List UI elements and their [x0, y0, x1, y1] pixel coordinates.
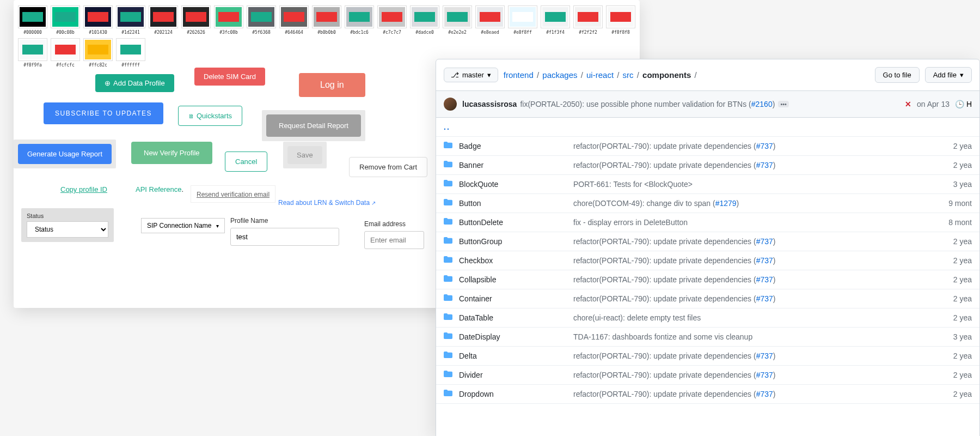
file-time: 2 yea [923, 142, 972, 150]
file-time: 8 mont [923, 218, 972, 227]
file-row: Dividerrefactor(PORTAL-790): update priv… [436, 366, 979, 385]
history-icon[interactable]: 🕒 H [955, 100, 972, 108]
parent-directory-row[interactable]: .. [436, 118, 979, 137]
pr-link[interactable]: #737 [756, 142, 773, 150]
more-icon[interactable]: ••• [778, 101, 789, 107]
add-file-button[interactable]: Add file ▾ [925, 67, 972, 83]
pr-link[interactable]: #737 [756, 294, 773, 303]
commit-message-cell[interactable]: refactor(PORTAL-790): update private dep… [573, 256, 923, 265]
commit-message-cell[interactable]: refactor(PORTAL-790): update private dep… [573, 390, 923, 398]
file-name[interactable]: Badge [459, 142, 573, 150]
generate-usage-button[interactable]: Generate Usage Report [18, 144, 112, 164]
folder-icon [444, 274, 452, 285]
api-reference-link[interactable]: API Reference [136, 185, 182, 193]
delete-sim-button[interactable]: Delete SIM Card [194, 68, 265, 86]
commit-message-cell[interactable]: fix - display errors in DeleteButton [573, 218, 923, 227]
swatch-label: #101430 [83, 30, 113, 35]
file-row: DataTablechore(ui-react): delete empty t… [436, 308, 979, 328]
swatch-label: #f8f9fa [18, 63, 47, 68]
pr-link[interactable]: #737 [756, 275, 773, 284]
file-name[interactable]: DateDisplay [459, 332, 573, 341]
file-name[interactable]: Delta [459, 352, 573, 360]
remove-cart-button[interactable]: Remove from Cart [349, 157, 427, 177]
breadcrumb-segment[interactable]: src [623, 70, 634, 80]
pr-link[interactable]: #737 [756, 371, 773, 379]
commit-message-cell[interactable]: PORT-661: Tests for <BlockQuote> [573, 180, 923, 189]
file-time: 9 mont [923, 199, 972, 208]
file-name[interactable]: ButtonGroup [459, 237, 573, 246]
new-verify-button[interactable]: New Verify Profile [131, 142, 212, 164]
folder-icon [444, 255, 452, 266]
file-name[interactable]: Checkbox [459, 256, 573, 265]
pr-link[interactable]: #1279 [715, 199, 737, 208]
pr-link[interactable]: #737 [756, 352, 773, 360]
login-button[interactable]: Log in [299, 73, 365, 97]
commit-pr-link[interactable]: #2160 [751, 100, 773, 108]
commit-message-cell[interactable]: refactor(PORTAL-790): update private dep… [573, 371, 923, 379]
resend-verification-link[interactable]: Resend verification email [197, 191, 270, 198]
commit-message-cell[interactable]: refactor(PORTAL-790): update private dep… [573, 352, 923, 360]
lrn-link[interactable]: Read about LRN & Switch Data [278, 199, 376, 207]
file-row: Buttonchore(DOTCOM-49): change div to sp… [436, 194, 979, 213]
file-name[interactable]: Button [459, 199, 573, 208]
branch-selector[interactable]: ⎇ master ▾ [444, 68, 498, 82]
breadcrumb-segment: components [642, 70, 691, 80]
file-name[interactable]: Container [459, 294, 573, 303]
color-swatch: #e8f8ff [508, 5, 537, 35]
folder-icon [444, 331, 452, 342]
file-name[interactable]: Divider [459, 371, 573, 379]
commit-message-cell[interactable]: refactor(PORTAL-790): update private dep… [573, 275, 923, 284]
email-input[interactable] [364, 231, 424, 249]
add-data-profile-button[interactable]: Add Data Profile [95, 74, 174, 92]
commit-message-cell[interactable]: chore(ui-react): delete empty test files [573, 313, 923, 322]
file-row: Collapsiblerefactor(PORTAL-790): update … [436, 270, 979, 289]
color-swatch: #bdc1c6 [345, 5, 374, 35]
file-name[interactable]: Collapsible [459, 275, 573, 284]
commit-message-cell[interactable]: refactor(PORTAL-790): update private dep… [573, 237, 923, 246]
pr-link[interactable]: #737 [756, 237, 773, 246]
file-name[interactable]: DataTable [459, 313, 573, 322]
save-button[interactable]: Save [287, 146, 322, 164]
swatch-label: #e8f8ff [508, 30, 537, 35]
file-name[interactable]: ButtonDelete [459, 218, 573, 227]
pr-link[interactable]: #737 [756, 161, 773, 169]
commit-date: on Apr 13 [917, 100, 950, 108]
swatch-label: #262626 [181, 30, 211, 35]
breadcrumb-segment[interactable]: ui-react [586, 70, 614, 80]
breadcrumb-segment[interactable]: packages [542, 70, 577, 80]
file-time: 2 yea [923, 352, 972, 360]
pr-link[interactable]: #737 [756, 256, 773, 265]
commit-message-cell[interactable]: refactor(PORTAL-790): update private dep… [573, 142, 923, 150]
commit-message-cell[interactable]: chore(DOTCOM-49): change div to span (#1… [573, 199, 923, 208]
status-failed-icon[interactable]: ✕ [905, 100, 911, 108]
swatch-label: #646464 [279, 30, 309, 35]
breadcrumb: frontend / packages / ui-react / src / c… [504, 70, 698, 80]
file-name[interactable]: BlockQuote [459, 180, 573, 189]
cancel-button[interactable]: Cancel [225, 152, 267, 172]
commit-author[interactable]: lucasassisrosa [462, 100, 517, 108]
avatar [444, 98, 457, 111]
commit-message-cell[interactable]: TDA-1167: dashboards fontize and some vi… [573, 332, 923, 341]
quickstarts-button[interactable]: Quickstarts [178, 106, 242, 126]
swatch-label: #c7c7c7 [377, 30, 407, 35]
folder-icon [444, 160, 452, 171]
sip-connection-dropdown[interactable]: SIP Connection Name [141, 218, 225, 233]
status-select[interactable]: Status [27, 221, 108, 238]
color-swatch: #00c08b [51, 5, 80, 35]
commit-message-cell[interactable]: refactor(PORTAL-790): update private dep… [573, 294, 923, 303]
commit-message-cell[interactable]: refactor(PORTAL-790): update private dep… [573, 161, 923, 169]
color-swatch: #f8f9fa [18, 38, 47, 68]
go-to-file-button[interactable]: Go to file [875, 67, 920, 83]
file-name[interactable]: Dropdown [459, 390, 573, 398]
file-row: Deltarefactor(PORTAL-790): update privat… [436, 347, 979, 366]
chevron-down-icon: ▾ [487, 71, 491, 79]
copy-profile-link[interactable]: Copy profile ID [60, 185, 107, 193]
folder-icon [444, 370, 452, 380]
color-swatch: #f2f2f2 [573, 5, 603, 35]
profile-name-input[interactable] [230, 228, 339, 246]
pr-link[interactable]: #737 [756, 390, 773, 398]
subscribe-button[interactable]: SUBSCRIBE TO UPDATES [44, 102, 163, 124]
file-name[interactable]: Banner [459, 161, 573, 169]
request-detail-button[interactable]: Request Detail Report [266, 114, 361, 137]
breadcrumb-segment[interactable]: frontend [504, 70, 534, 80]
